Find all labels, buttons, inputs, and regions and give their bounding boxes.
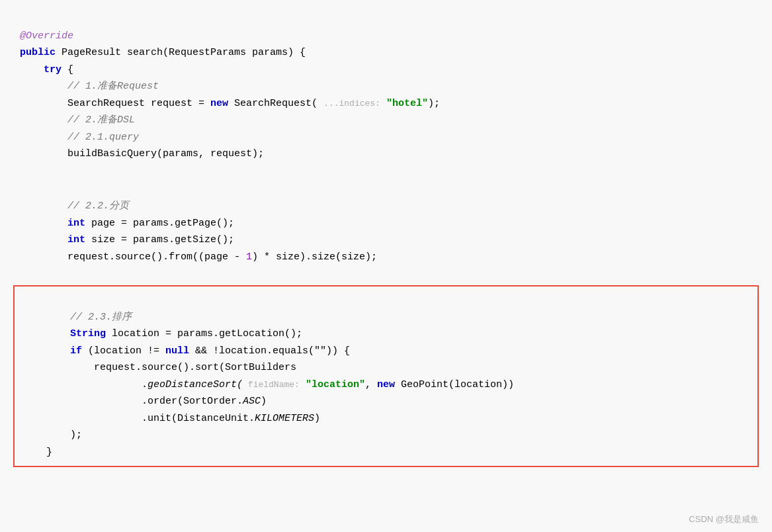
kw-try: try bbox=[44, 64, 62, 75]
size-line: size = params.getSize(); bbox=[85, 234, 234, 245]
kw-new: new bbox=[210, 98, 228, 109]
search-request-close: ); bbox=[428, 98, 440, 109]
kw-new-2: new bbox=[377, 379, 395, 390]
asc-value: ASC bbox=[243, 396, 261, 407]
annotation: @Override bbox=[20, 30, 73, 42]
geo-end1: , bbox=[365, 379, 377, 390]
code-block-pagination: // 2.2.分页 int page = params.getPage(); i… bbox=[0, 177, 772, 270]
build-query-line: buildBasicQuery(params, request); bbox=[20, 148, 264, 159]
method-signature: PageResult search(RequestParams params) … bbox=[56, 47, 306, 58]
location-string: "location" bbox=[300, 379, 365, 390]
comment1: // 1.准备Request bbox=[20, 81, 159, 92]
int-size-indent bbox=[20, 234, 67, 245]
comment3: // 2.3.排序 bbox=[22, 312, 132, 323]
page-line: page = params.getPage(); bbox=[85, 218, 234, 229]
unit-line: .unit(DistanceUnit. bbox=[22, 413, 255, 424]
code-container: @Override public PageResult search(Reque… bbox=[0, 0, 772, 532]
watermark: CSDN @我是咸鱼 bbox=[689, 513, 759, 525]
kw-null: null bbox=[165, 345, 189, 357]
kw-int-1: int bbox=[67, 218, 85, 229]
highlighted-code-section: // 2.3.排序 String location = params.getLo… bbox=[13, 285, 759, 467]
comment2-2: // 2.2.分页 bbox=[20, 200, 129, 212]
int-page-indent bbox=[20, 218, 67, 229]
location-line: location = params.getLocation(); bbox=[106, 328, 302, 339]
request-source-line: request.source().from((page - bbox=[20, 251, 246, 263]
kw-int-2: int bbox=[67, 234, 85, 245]
km-value: KILOMETERS bbox=[255, 413, 314, 424]
geo-distance-sort: geoDistanceSort( bbox=[148, 379, 243, 390]
closing-brace: } bbox=[22, 447, 52, 458]
hint-indices: ...indices: bbox=[323, 99, 380, 109]
order-close: ) bbox=[261, 396, 267, 407]
kw-string: String bbox=[70, 328, 106, 339]
code-block-top: @Override public PageResult search(Reque… bbox=[0, 7, 772, 167]
try-brace: { bbox=[62, 64, 73, 75]
kw-public: public bbox=[20, 47, 56, 58]
closing-paren: ); bbox=[22, 429, 82, 441]
comment2: // 2.准备DSL bbox=[20, 114, 135, 126]
geopoint-call: GeoPoint(location)) bbox=[395, 379, 514, 390]
if-indent bbox=[22, 345, 70, 357]
hint-fieldname: fieldName: bbox=[243, 380, 300, 390]
if-condition-end: && !location.equals("")) { bbox=[189, 345, 350, 357]
sort-indent: . bbox=[22, 379, 148, 390]
kw-if: if bbox=[70, 345, 82, 357]
request-source-2: ) * size).size(size); bbox=[252, 251, 377, 263]
search-request-class: SearchRequest( bbox=[228, 98, 323, 109]
string-location-indent bbox=[22, 328, 70, 339]
hotel-string: "hotel" bbox=[380, 98, 428, 109]
search-request-line: SearchRequest request = bbox=[20, 98, 210, 109]
comment2-1: // 2.1.query bbox=[20, 132, 139, 143]
unit-close: ) bbox=[314, 413, 320, 424]
try-block bbox=[20, 64, 44, 75]
order-line: .order(SortOrder. bbox=[22, 396, 243, 407]
sort-line1: request.source().sort(SortBuilders bbox=[22, 362, 296, 373]
if-condition-start: (location != bbox=[82, 345, 165, 357]
num-1: 1 bbox=[246, 251, 252, 263]
